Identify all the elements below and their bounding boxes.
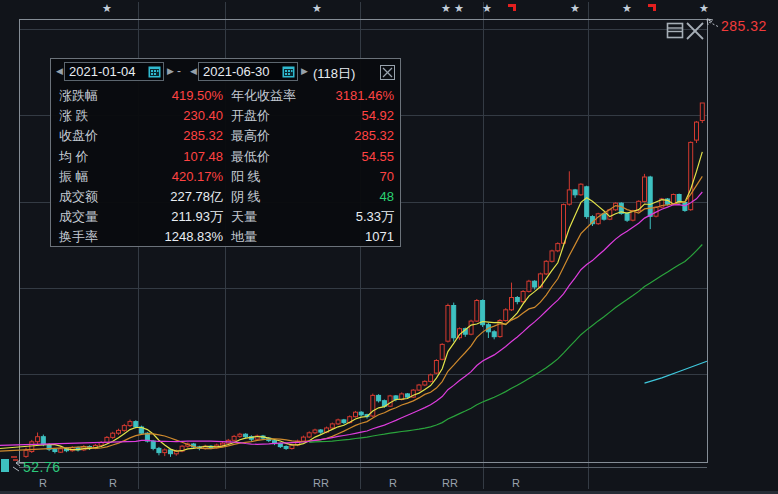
end-date-field[interactable]: 2021-06-30 [198, 62, 298, 81]
start-date-field[interactable]: 2021-01-04 [64, 62, 164, 81]
candle-up[interactable] [290, 445, 294, 448]
star-event-marker[interactable]: ★ [441, 3, 451, 13]
candle-up[interactable] [689, 142, 693, 209]
star-event-marker[interactable]: ★ [622, 3, 632, 13]
ex-rights-marker[interactable]: R [109, 477, 117, 489]
candle-up[interactable] [521, 292, 525, 302]
stat-label: 涨 跌 [59, 106, 89, 126]
candle-up[interactable] [429, 375, 433, 382]
candle-up[interactable] [122, 426, 126, 431]
candle-down[interactable] [648, 177, 652, 216]
ex-rights-marker[interactable]: R [321, 477, 329, 489]
candle-up[interactable] [307, 433, 311, 437]
ex-rights-marker[interactable]: R [389, 477, 397, 489]
candle-up[interactable] [117, 430, 121, 433]
candle-down[interactable] [284, 447, 288, 449]
candle-up[interactable] [423, 381, 427, 385]
candle-up[interactable] [417, 385, 421, 390]
star-event-marker[interactable]: ★ [482, 3, 492, 13]
candle-down[interactable] [377, 395, 381, 400]
stat-label: 收盘价 [59, 126, 98, 146]
next-end-date-button[interactable]: ▶ [301, 66, 308, 76]
date-range-row: ◀ 2021-01-04 ▶ - ◀ 2021-06-30 [51, 59, 400, 86]
stat-value: 48 [274, 187, 394, 207]
candle-up[interactable] [556, 244, 560, 251]
stat-row: 换手率 1248.83% 地量 1071 [51, 227, 400, 247]
candle-up[interactable] [567, 190, 571, 204]
next-start-date-button[interactable]: ▶ [167, 66, 174, 76]
star-event-marker[interactable]: ★ [699, 3, 709, 13]
candle-up[interactable] [221, 443, 225, 445]
candle-up[interactable] [695, 122, 699, 140]
candle-up[interactable] [59, 449, 63, 452]
candle-down[interactable] [406, 394, 410, 397]
candle-up[interactable] [301, 437, 305, 441]
ex-rights-marker[interactable]: R [450, 477, 458, 489]
stat-label: 最低价 [231, 147, 270, 167]
stat-value: 419.50% [109, 86, 223, 106]
candle-up[interactable] [475, 301, 479, 322]
prev-start-date-button[interactable]: ◀ [56, 66, 63, 76]
candle-down[interactable] [169, 450, 173, 454]
candle-up[interactable] [510, 298, 514, 310]
candle-down[interactable] [157, 448, 161, 452]
candle-up[interactable] [330, 424, 334, 428]
candle-up[interactable] [313, 430, 317, 433]
candle-down[interactable] [585, 187, 589, 217]
calendar-icon[interactable] [148, 65, 161, 78]
candle-down[interactable] [151, 441, 155, 448]
ex-rights-marker[interactable]: R [313, 477, 321, 489]
candle-up[interactable] [163, 450, 167, 453]
candle-down[interactable] [359, 412, 363, 415]
candle-down[interactable] [134, 422, 138, 427]
candle-up[interactable] [504, 310, 508, 321]
candle-down[interactable] [533, 281, 537, 287]
candle-up[interactable] [336, 420, 340, 424]
candle-up[interactable] [562, 205, 566, 244]
window-icon[interactable] [666, 22, 684, 44]
candle-up[interactable] [440, 344, 444, 359]
star-event-marker[interactable]: ★ [102, 3, 112, 13]
candle-down[interactable] [515, 298, 519, 302]
candle-up[interactable] [446, 306, 450, 342]
panel-close-icon[interactable] [380, 65, 395, 84]
candle-down[interactable] [319, 430, 323, 432]
flag-event-marker[interactable] [648, 4, 656, 7]
stat-label: 振 幅 [59, 167, 89, 187]
ex-rights-marker[interactable]: R [39, 477, 47, 489]
candle-up[interactable] [232, 436, 236, 440]
ex-rights-marker[interactable]: R [442, 477, 450, 489]
candle-up[interactable] [544, 261, 548, 274]
candle-up[interactable] [527, 281, 531, 291]
close-icon[interactable] [685, 21, 705, 45]
candle-down[interactable] [492, 332, 496, 337]
candle-up[interactable] [579, 184, 583, 195]
candle-up[interactable] [643, 177, 647, 201]
ex-rights-marker[interactable]: R [512, 477, 520, 489]
candle-up[interactable] [128, 422, 132, 426]
candle-down[interactable] [573, 190, 577, 195]
candle-down[interactable] [625, 213, 629, 220]
star-event-marker[interactable]: ★ [454, 3, 464, 13]
candle-down[interactable] [452, 306, 456, 338]
candle-up[interactable] [388, 396, 392, 406]
candle-up[interactable] [36, 437, 40, 442]
candle-up[interactable] [469, 321, 473, 334]
candle-down[interactable] [278, 444, 282, 447]
candle-up[interactable] [24, 450, 28, 456]
candle-up[interactable] [550, 251, 554, 261]
flag-event-marker[interactable] [508, 4, 516, 7]
calendar-icon[interactable] [282, 65, 295, 78]
candle-up[interactable] [354, 412, 358, 417]
star-event-marker[interactable]: ★ [570, 3, 580, 13]
candle-down[interactable] [53, 449, 57, 451]
candle-down[interactable] [342, 420, 346, 423]
candle-down[interactable] [244, 434, 248, 437]
star-event-marker[interactable]: ★ [312, 3, 322, 13]
candle-up[interactable] [238, 434, 242, 436]
candle-up[interactable] [111, 433, 115, 437]
prev-end-date-button[interactable]: ◀ [190, 66, 197, 76]
interval-high-label: 285.32 [721, 18, 767, 34]
candle-up[interactable] [434, 361, 438, 374]
candle-up[interactable] [700, 103, 704, 121]
